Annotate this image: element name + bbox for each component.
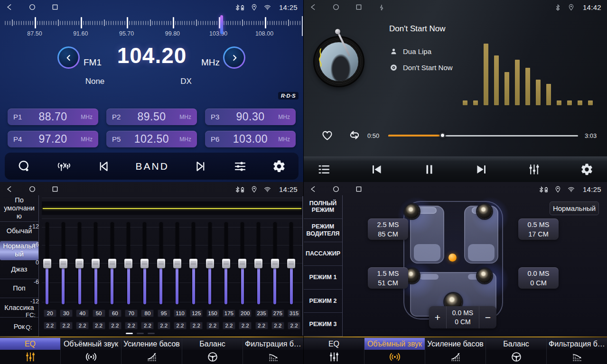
eq-slider-handle[interactable]: [287, 259, 295, 268]
scan-button[interactable]: [17, 159, 31, 173]
tab-eq[interactable]: EQ: [304, 338, 364, 364]
previous-track-button[interactable]: [370, 163, 383, 176]
fc-value[interactable]: 125: [190, 309, 203, 317]
fc-value[interactable]: 95: [158, 309, 170, 317]
recents-nav-button[interactable]: [51, 3, 59, 11]
fc-value[interactable]: 110: [174, 309, 187, 317]
q-value[interactable]: 2.2: [206, 322, 219, 329]
listening-mode-item[interactable]: РЕЖИМ 1: [304, 266, 342, 290]
tune-down-button[interactable]: [57, 46, 80, 69]
tuner-dial[interactable]: 87.5091.6095.7099.80103.90108.00: [0, 14, 303, 39]
favorite-button[interactable]: [321, 129, 334, 143]
fc-value[interactable]: 80: [141, 309, 154, 317]
q-value[interactable]: 2.2: [158, 322, 170, 329]
eq-slider-handle[interactable]: [108, 259, 116, 268]
band-button[interactable]: BAND: [136, 161, 169, 172]
preset-p5[interactable]: P5102.50MHz: [106, 131, 197, 147]
listening-mode-item[interactable]: ПАССАЖИР: [304, 242, 342, 266]
preset-p2[interactable]: P289.50MHz: [106, 109, 197, 125]
playlist-button[interactable]: [317, 163, 331, 176]
pause-button[interactable]: [422, 163, 436, 176]
q-value[interactable]: 2.2: [174, 322, 187, 329]
fc-value[interactable]: 175: [223, 309, 235, 317]
q-value[interactable]: 2.2: [76, 322, 89, 329]
fc-value[interactable]: 50: [93, 309, 105, 317]
back-nav-button[interactable]: [6, 3, 13, 11]
tab-surround-sound[interactable]: Объёмный звук: [364, 338, 425, 364]
fc-value[interactable]: 60: [109, 309, 121, 317]
home-nav-button[interactable]: [28, 185, 36, 193]
listening-mode-item[interactable]: РЕЖИМ 2: [304, 290, 342, 313]
seek-up-button[interactable]: [194, 159, 208, 173]
listening-mode-item[interactable]: ПОЛНЫЙ РЕЖИМ: [304, 195, 342, 219]
fc-value[interactable]: 150: [206, 309, 219, 317]
home-nav-button[interactable]: [332, 3, 340, 11]
delay-decrease-button[interactable]: −: [479, 306, 496, 328]
delay-increase-button[interactable]: +: [429, 306, 446, 328]
fc-value[interactable]: 200: [239, 309, 252, 317]
back-nav-button[interactable]: [309, 3, 317, 11]
recents-nav-button[interactable]: [51, 185, 59, 193]
fc-value[interactable]: 235: [255, 309, 268, 317]
progress-bar[interactable]: [388, 132, 578, 139]
preset-p1[interactable]: P188.70MHz: [8, 109, 98, 125]
tab-bass-boost[interactable]: Усиление басов: [425, 338, 486, 364]
tab-balance[interactable]: Баланс: [486, 338, 547, 364]
fc-value[interactable]: 315: [288, 309, 300, 317]
fc-value[interactable]: 70: [125, 309, 138, 317]
seek-down-button[interactable]: [96, 159, 111, 173]
eq-slider-handle[interactable]: [254, 259, 262, 268]
q-value[interactable]: 2.2: [44, 322, 56, 329]
eq-slider-handle[interactable]: [206, 259, 214, 268]
tab-eq[interactable]: EQ: [0, 338, 61, 364]
q-value[interactable]: 2.2: [190, 322, 203, 329]
broadcast-button[interactable]: [56, 159, 72, 173]
eq-slider-handle[interactable]: [75, 259, 84, 268]
listening-mode-item[interactable]: РЕЖИМ ВОДИТЕЛЯ: [304, 219, 342, 243]
recents-nav-button[interactable]: [355, 3, 363, 11]
player-settings-button[interactable]: [580, 163, 594, 176]
q-value[interactable]: 2.2: [288, 322, 300, 329]
preset-p3[interactable]: P390.30MHz: [205, 109, 296, 125]
q-value[interactable]: 2.2: [271, 322, 284, 329]
tab-balance[interactable]: Баланс: [182, 338, 243, 364]
preset-p4[interactable]: P497.20MHz: [8, 131, 98, 147]
eq-slider-handle[interactable]: [189, 259, 197, 268]
back-nav-button[interactable]: [309, 185, 317, 193]
q-value[interactable]: 2.2: [93, 322, 105, 329]
listening-position-marker[interactable]: [448, 254, 457, 262]
player-eq-button[interactable]: [527, 163, 541, 176]
eq-slider-handle[interactable]: [92, 259, 100, 268]
page-dot[interactable]: [137, 333, 144, 334]
sound-preset-button[interactable]: Нормальный: [550, 201, 599, 215]
eq-slider-handle[interactable]: [43, 259, 51, 268]
preset-p6[interactable]: P6103.00MHz: [205, 131, 296, 147]
eq-slider-handle[interactable]: [140, 259, 149, 268]
radio-eq-button[interactable]: [233, 159, 247, 173]
fc-value[interactable]: 20: [44, 309, 56, 317]
delay-card-front-right[interactable]: 0.5 MS17 CM: [518, 218, 559, 240]
next-track-button[interactable]: [475, 163, 488, 176]
eq-slider-handle[interactable]: [238, 259, 246, 268]
page-dot[interactable]: [148, 333, 155, 334]
eq-slider-handle[interactable]: [271, 259, 279, 268]
listening-mode-item[interactable]: РЕЖИМ 3: [304, 313, 342, 337]
q-value[interactable]: 2.2: [223, 322, 235, 329]
eq-slider-handle[interactable]: [157, 259, 165, 268]
tune-up-button[interactable]: [223, 46, 245, 69]
q-value[interactable]: 2.2: [255, 322, 268, 329]
q-value[interactable]: 2.2: [141, 322, 154, 329]
back-nav-button[interactable]: [6, 185, 13, 193]
eq-slider-handle[interactable]: [222, 259, 230, 268]
home-nav-button[interactable]: [332, 185, 340, 193]
q-value[interactable]: 2.2: [125, 322, 138, 329]
tab-bass-boost[interactable]: Усиление басов: [121, 338, 182, 364]
fc-value[interactable]: 30: [60, 309, 73, 317]
radio-settings-button[interactable]: [272, 159, 286, 173]
home-nav-button[interactable]: [28, 3, 36, 11]
eq-preset-item[interactable]: По умолчанию: [0, 195, 38, 222]
tuner-indicator[interactable]: [220, 15, 223, 34]
q-value[interactable]: 2.2: [60, 322, 73, 329]
delay-card-front-left[interactable]: 2.5 MS85 CM: [368, 218, 408, 240]
tab-crossover[interactable]: Фильтрация ба...: [243, 338, 303, 364]
